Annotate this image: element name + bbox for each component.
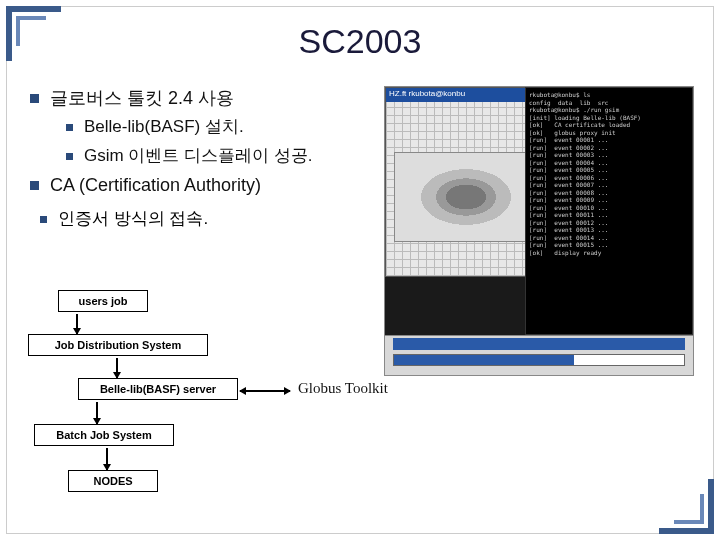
- event-display-window: HZ.ft rkubota@konbu: [385, 87, 545, 277]
- box-label: Batch Job System: [56, 429, 151, 441]
- box-batch-system: Batch Job System: [34, 424, 174, 446]
- progress-window: [385, 335, 693, 375]
- event-display-canvas: [386, 102, 544, 276]
- embedded-screenshot: HZ.ft rkubota@konbu rkubota@konbu$ ls co…: [384, 86, 694, 376]
- globus-label: Globus Toolkit: [298, 380, 388, 397]
- terminal-window: rkubota@konbu$ ls config data lib src rk…: [525, 87, 693, 335]
- bullet-text: CA (Certification Authority): [50, 175, 261, 195]
- arrow-down-icon: [116, 358, 118, 378]
- box-users-job: users job: [58, 290, 148, 312]
- arrow-down-icon: [76, 314, 78, 334]
- progress-bar: [393, 354, 685, 366]
- progress-title: [393, 338, 685, 350]
- box-nodes: NODES: [68, 470, 158, 492]
- sub-bullet-text: 인증서 방식의 접속.: [58, 209, 208, 228]
- arrow-down-icon: [106, 448, 108, 470]
- box-label: users job: [79, 295, 128, 307]
- arrow-bidir-icon: [240, 390, 290, 392]
- box-label: Job Distribution System: [55, 339, 182, 351]
- bullet-text: 글로버스 툴킷 2.4 사용: [50, 88, 234, 108]
- detector-graphic: [394, 152, 538, 242]
- window-titlebar: HZ.ft rkubota@konbu: [386, 88, 544, 102]
- arrow-down-icon: [96, 402, 98, 424]
- corner-inner-br: [679, 499, 714, 534]
- box-job-distribution: Job Distribution System: [28, 334, 208, 356]
- sub-bullet-text: Gsim 이벤트 디스플레이 성공.: [84, 146, 313, 165]
- slide-title: SC2003: [0, 22, 720, 61]
- sub-bullet-text: Belle-lib(BASF) 설치.: [84, 117, 244, 136]
- box-label: Belle-lib(BASF) server: [100, 383, 216, 395]
- progress-fill: [394, 355, 574, 365]
- box-label: NODES: [93, 475, 132, 487]
- box-belle-server: Belle-lib(BASF) server: [78, 378, 238, 400]
